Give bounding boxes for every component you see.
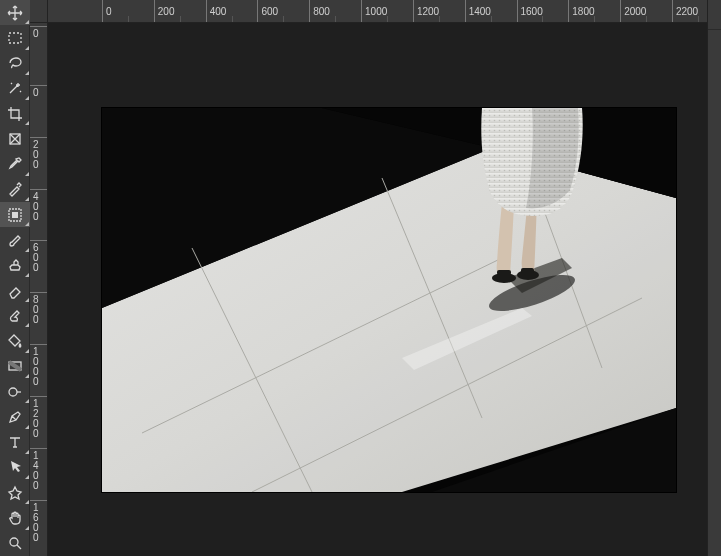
clone-stamp-tool[interactable] — [0, 253, 30, 278]
svg-rect-23 — [497, 270, 511, 275]
dodge-tool[interactable] — [0, 379, 30, 404]
svg-rect-25 — [521, 268, 534, 273]
ruler-label: 2 0 0 — [33, 140, 41, 170]
ruler-tick: 2200 — [672, 0, 673, 23]
smudge-tool[interactable] — [0, 303, 30, 328]
ruler-label: 1 0 0 0 — [33, 347, 41, 387]
ruler-origin-corner[interactable] — [30, 0, 48, 23]
ruler-label: 600 — [261, 6, 278, 17]
ruler-label: 0 — [33, 29, 41, 39]
ruler-label: 200 — [158, 6, 175, 17]
ruler-tick: 600 — [257, 0, 258, 23]
brush-tool[interactable] — [0, 227, 30, 252]
ruler-label: 1200 — [417, 6, 439, 17]
ruler-label: 0 — [106, 6, 112, 17]
svg-rect-3 — [12, 212, 18, 218]
rectangular-marquee-tool[interactable] — [0, 25, 30, 50]
ruler-tick: 1800 — [568, 0, 569, 23]
workspace: 0200400600800100012001400160018002000220… — [30, 0, 721, 556]
ruler-tick: 4 0 0 — [30, 189, 48, 190]
ruler-tick: 200 — [154, 0, 155, 23]
ruler-label: 2000 — [624, 6, 646, 17]
ruler-label: 400 — [210, 6, 227, 17]
ruler-tick: 400 — [206, 0, 207, 23]
ruler-tick: 1 4 0 0 — [30, 448, 48, 449]
canvas-viewport[interactable] — [48, 23, 721, 556]
ruler-label: 1 6 0 0 — [33, 503, 41, 543]
crop-tool[interactable] — [0, 101, 30, 126]
eyedropper-tool[interactable] — [0, 152, 30, 177]
toolbox — [0, 0, 30, 556]
ruler-label: 1400 — [469, 6, 491, 17]
ruler-tick: 0 — [30, 85, 48, 86]
eraser-tool[interactable] — [0, 278, 30, 303]
ruler-tick: 1600 — [517, 0, 518, 23]
ruler-tick: 6 0 0 — [30, 240, 48, 241]
app-root: 0200400600800100012001400160018002000220… — [0, 0, 721, 556]
ruler-tick: 1200 — [413, 0, 414, 23]
ruler-label: 800 — [313, 6, 330, 17]
ruler-label: 6 0 0 — [33, 243, 41, 273]
magic-wand-tool[interactable] — [0, 76, 30, 101]
svg-point-6 — [10, 538, 18, 546]
ruler-tick: 0 — [30, 26, 48, 27]
horizontal-ruler[interactable]: 0200400600800100012001400160018002000220… — [48, 0, 721, 23]
healing-brush-tool[interactable] — [0, 177, 30, 202]
ruler-label: 1000 — [365, 6, 387, 17]
path-selection-tool[interactable] — [0, 455, 30, 480]
document-image — [102, 108, 676, 492]
ruler-label: 0 — [33, 88, 41, 98]
collapsed-panel-dock[interactable] — [707, 0, 721, 556]
ruler-label: 1 4 0 0 — [33, 451, 41, 491]
type-tool[interactable] — [0, 430, 30, 455]
ruler-tick: 1 6 0 0 — [30, 500, 48, 501]
ruler-label: 1 2 0 0 — [33, 399, 41, 439]
ruler-tick: 1400 — [465, 0, 466, 23]
vertical-ruler[interactable]: 002 0 04 0 06 0 08 0 01 0 0 01 2 0 01 4 … — [30, 23, 48, 556]
paint-bucket-tool[interactable] — [0, 328, 30, 353]
ruler-tick: 0 — [102, 0, 103, 23]
hand-tool[interactable] — [0, 505, 30, 530]
ruler-tick: 1 0 0 0 — [30, 344, 48, 345]
svg-rect-0 — [9, 33, 21, 43]
ruler-tick: 1 2 0 0 — [30, 396, 48, 397]
ruler-label: 1600 — [521, 6, 543, 17]
ruler-tick: 1000 — [361, 0, 362, 23]
ruler-label: 1800 — [572, 6, 594, 17]
gradient-tool[interactable] — [0, 354, 30, 379]
ruler-tick: 2 0 0 — [30, 137, 48, 138]
ruler-tick: 2000 — [620, 0, 621, 23]
dock-slot[interactable] — [708, 0, 721, 30]
shape-tool[interactable] — [0, 480, 30, 505]
ruler-label: 2200 — [676, 6, 698, 17]
move-tool[interactable] — [0, 0, 30, 25]
zoom-tool[interactable] — [0, 531, 30, 556]
free-transform-tool[interactable] — [0, 126, 30, 151]
ruler-label: 8 0 0 — [33, 295, 41, 325]
pattern-stamp-tool[interactable] — [0, 202, 30, 227]
svg-point-5 — [9, 388, 17, 396]
document-canvas[interactable] — [102, 108, 676, 492]
pen-tool[interactable] — [0, 404, 30, 429]
ruler-tick: 800 — [309, 0, 310, 23]
ruler-label: 4 0 0 — [33, 192, 41, 222]
lasso-tool[interactable] — [0, 51, 30, 76]
svg-rect-20 — [102, 108, 676, 492]
ruler-tick: 8 0 0 — [30, 292, 48, 293]
